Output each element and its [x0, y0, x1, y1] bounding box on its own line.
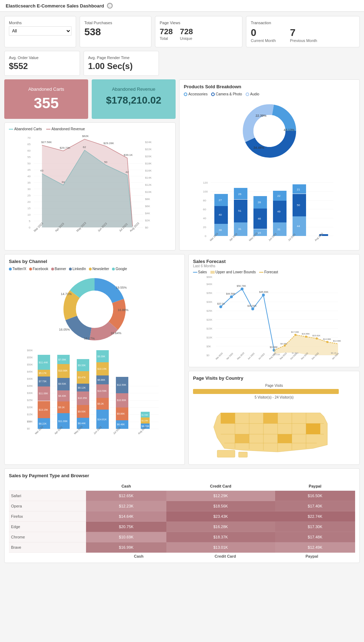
months-label: Months [9, 21, 71, 25]
table-row: Opera$12.23K$18.56K$17.40K [9, 501, 355, 511]
newsletter-label: Newsletter [92, 267, 109, 271]
svg-text:120: 120 [203, 181, 208, 184]
svg-text:Jun 2023: Jun 2023 [247, 352, 255, 360]
legend-twitter: Twitter/X [9, 267, 26, 271]
svg-text:$9.39K: $9.39K [97, 355, 106, 358]
svg-text:Jul 2023: Jul 2023 [288, 233, 296, 242]
page-title: Elasticsearch E-Commerce Sales Dashboard [6, 3, 104, 9]
donut-chart-container: 22.39% 43.13% 34.48% [184, 99, 355, 163]
months-select[interactable]: All JanFebMarApr MayJunJulAug [9, 26, 71, 36]
payment-table-body: Safari$12.65K$12.29K$16.50KOpera$12.23K$… [9, 491, 355, 553]
page-views-total: 728 [160, 27, 173, 36]
svg-point-239 [262, 294, 265, 296]
svg-text:19.55%: 19.55% [116, 286, 127, 289]
svg-text:$35K: $35K [207, 292, 213, 294]
svg-rect-284 [306, 423, 320, 434]
svg-text:$62K: $62K [82, 135, 89, 138]
browser-cell: Brave [9, 542, 86, 553]
svg-text:$9.2K: $9.2K [97, 402, 104, 405]
value-cell: $22.74K [275, 511, 355, 522]
svg-text:$3.96K: $3.96K [270, 346, 278, 348]
svg-text:50: 50 [297, 204, 300, 207]
bounds-icon [210, 271, 215, 274]
value-cell: $17.30K [275, 522, 355, 532]
page-views-card: Page Views 728 Total 728 Unique [155, 16, 242, 47]
svg-text:$1.59K: $1.59K [141, 414, 148, 416]
footer-cash: Cash [96, 554, 182, 558]
svg-text:60: 60 [27, 149, 31, 152]
svg-text:Apr 2023: Apr 2023 [226, 352, 234, 360]
svg-text:Apr 2023: Apr 2023 [229, 233, 238, 242]
svg-text:$17.93K: $17.93K [291, 331, 299, 333]
table-row: Edge$20.75K$16.28K$17.30K [9, 522, 355, 532]
donut-svg: 22.39% 43.13% 34.48% [237, 99, 301, 163]
svg-text:49: 49 [277, 210, 280, 213]
svg-text:22.39%: 22.39% [256, 114, 267, 117]
payment-footer: Cash Credit Card Paypal [9, 554, 355, 558]
svg-text:27: 27 [219, 199, 222, 202]
col-browser [9, 482, 86, 491]
page-visits-bar-label: Page Visits [193, 384, 355, 388]
abandoned-revenue-label: Abandoned Revenue [99, 86, 168, 92]
legend-facebook: Facebook [29, 267, 48, 271]
svg-text:62: 62 [83, 146, 86, 149]
svg-text:Mar 2023: Mar 2023 [209, 232, 219, 242]
svg-text:$1.24K: $1.24K [141, 420, 148, 422]
svg-point-235 [219, 305, 222, 308]
svg-point-249 [294, 334, 296, 336]
payment-table-title: Sales by Payment Type and Browser [9, 473, 355, 478]
transaction-card: Transaction 0 Current Month 7 Previous M… [246, 16, 360, 47]
page-visits-title: Page Visits by Country [193, 375, 355, 381]
value-cell: $13.01K [166, 542, 275, 553]
svg-text:$18K: $18K [145, 162, 152, 165]
abandoned-chart-card: Abandoned Carts Abandoned Revenue 0 5 10… [4, 122, 176, 251]
sales-line-icon [193, 272, 197, 273]
svg-text:16.88%: 16.88% [118, 308, 129, 312]
newsletter-dot [89, 268, 92, 270]
svg-point-60 [253, 115, 285, 147]
avg-render-card: Avg. Page Render Time 1.00 Sec(s) [84, 51, 159, 76]
payment-table-header: Cash Credit Card Paypal [9, 482, 355, 491]
svg-point-250 [305, 336, 307, 338]
svg-text:50: 50 [104, 160, 107, 164]
svg-text:$9.1K: $9.1K [58, 406, 65, 409]
svg-text:$44.58K: $44.58K [226, 293, 235, 295]
table-row: Firefox$14.64K$23.43K$22.74K [9, 511, 355, 522]
table-row: Chrome$10.69K$18.37K$17.48K [9, 532, 355, 542]
legend-carts: Abandoned Carts [9, 127, 42, 131]
svg-text:44: 44 [297, 225, 300, 228]
browser-cell: Edge [9, 522, 86, 532]
svg-text:$10.59K: $10.59K [97, 390, 107, 392]
products-legend: Accessories Camera & Photo Audio [184, 92, 355, 96]
sales-legend-label: Sales [198, 270, 207, 274]
svg-text:65: 65 [27, 143, 31, 146]
value-cell: $16.50K [275, 491, 355, 501]
svg-text:$8.44K: $8.44K [78, 422, 86, 425]
svg-text:Mar 2023: Mar 2023 [215, 352, 223, 360]
svg-text:$37.0K: $37.0K [217, 302, 225, 305]
svg-text:80: 80 [203, 199, 206, 202]
info-icon[interactable]: ⓘ [107, 3, 113, 9]
svg-text:$27.58K: $27.58K [41, 141, 52, 144]
avg-row: Avg. Order Value $552 Avg. Page Render T… [4, 51, 360, 76]
svg-point-251 [316, 337, 318, 340]
svg-text:$10.35K: $10.35K [78, 397, 87, 399]
svg-text:$10K: $10K [207, 336, 213, 339]
svg-text:$14.06K: $14.06K [323, 338, 331, 340]
page-views-unique: 728 [180, 27, 193, 36]
google-label: Google [116, 267, 127, 271]
svg-text:$20K: $20K [27, 406, 33, 409]
svg-text:$8K: $8K [145, 198, 150, 201]
abandoned-products-row: Abandoned Carts 355 Abandoned Revenue $1… [4, 79, 360, 251]
abandoned-area-chart: 0 5 10 15 20 25 30 35 40 45 50 55 60 65 … [9, 133, 171, 233]
svg-text:25: 25 [27, 194, 31, 197]
footer-credit: Credit Card [182, 554, 269, 558]
svg-text:0: 0 [205, 235, 207, 238]
visitors-label: 5 Visitor(s) - 24 Visitor(s) [193, 395, 355, 399]
svg-text:38: 38 [219, 228, 222, 232]
products-bar-chart: 0 20 40 60 80 100 120 38 [184, 167, 355, 245]
value-cell: $18.37K [166, 532, 275, 542]
svg-text:15: 15 [258, 231, 261, 235]
svg-text:$29.73K: $29.73K [60, 146, 70, 149]
svg-text:$35K: $35K [27, 385, 33, 387]
